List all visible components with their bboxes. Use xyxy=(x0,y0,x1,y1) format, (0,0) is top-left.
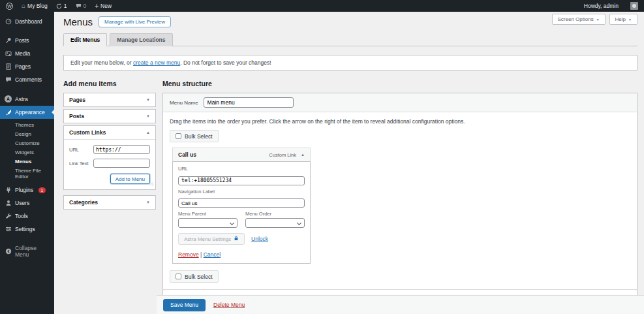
menu-order-select[interactable] xyxy=(245,218,305,228)
manage-live-preview-button[interactable]: Manage with Live Preview xyxy=(99,16,171,27)
update-count: 1 xyxy=(64,3,67,9)
collapse-menu-button[interactable]: Collapse Menu xyxy=(0,242,54,261)
submenu-item-menus[interactable]: Menus xyxy=(15,157,54,166)
accordion-label: Categories xyxy=(69,199,98,206)
menu-structure-panel: Menu structure Menu Name Drag the items … xyxy=(162,80,637,311)
page-title: Menus xyxy=(63,16,93,27)
sidebar-item-label: Settings xyxy=(15,226,35,232)
item-url-label: URL xyxy=(178,166,305,172)
account-menu[interactable]: Howdy, admin xyxy=(584,2,638,10)
accordion-custom-links-header[interactable]: Custom Links ▲ xyxy=(64,126,155,139)
sidebar-item-comments[interactable]: Comments xyxy=(0,73,54,86)
submenu-item-theme-file-editor[interactable]: Theme File Editor xyxy=(15,166,54,181)
bulk-select-checkbox[interactable] xyxy=(176,133,181,139)
comments-link[interactable]: 0 xyxy=(76,3,87,9)
collapse-icon xyxy=(5,248,12,255)
sidebar-item-settings[interactable]: Settings xyxy=(0,223,54,236)
chevron-down-icon: ▼ xyxy=(146,200,150,204)
accordion-categories: Categories ▼ xyxy=(63,195,156,210)
chevron-up-icon[interactable]: ▲ xyxy=(301,153,305,157)
bulk-select-checkbox[interactable] xyxy=(176,274,181,279)
cancel-item-link[interactable]: Cancel xyxy=(204,251,221,258)
sidebar-item-astra[interactable]: A Astra xyxy=(0,92,54,106)
sidebar-item-media[interactable]: Media xyxy=(0,47,54,60)
comments-icon xyxy=(5,76,12,83)
sidebar-item-users[interactable]: Users xyxy=(0,196,54,210)
menu-edit-panel: Menu Name Drag the items into the order … xyxy=(162,93,637,311)
submenu-item-widgets[interactable]: Widgets xyxy=(15,148,54,157)
submenu-item-themes[interactable]: Themes xyxy=(15,120,54,129)
accordion-label: Custom Links xyxy=(69,129,106,136)
users-icon xyxy=(5,200,12,206)
plugins-update-badge: 1 xyxy=(38,187,46,193)
menu-name-input[interactable] xyxy=(204,97,294,108)
sidebar-item-appearance[interactable]: Appearance xyxy=(0,106,54,119)
menu-order-label: Menu Order xyxy=(245,211,305,217)
tab-edit-menus[interactable]: Edit Menus xyxy=(63,33,107,46)
menu-item-header[interactable]: Call us Custom Link ▲ xyxy=(172,148,311,162)
howdy-label: Howdy, admin xyxy=(584,3,619,9)
accordion-custom-links: Custom Links ▲ URL Link Text Add to Menu xyxy=(63,125,156,190)
link-separator: | xyxy=(200,251,202,258)
tools-icon xyxy=(5,213,12,219)
submenu-item-customize[interactable]: Customize xyxy=(15,138,54,148)
sidebar-item-tools[interactable]: Tools xyxy=(0,210,54,223)
admin-sidebar: Dashboard Posts Media Pages Comments A A… xyxy=(0,12,54,314)
add-to-menu-button[interactable]: Add to Menu xyxy=(110,174,150,184)
bulk-select-toggle[interactable]: Bulk Select xyxy=(170,130,219,142)
settings-icon xyxy=(5,226,12,232)
help-button[interactable]: Help ▼ xyxy=(609,14,637,25)
menu-name-label: Menu Name xyxy=(170,100,198,106)
item-url-input[interactable] xyxy=(178,176,305,185)
sidebar-item-pages[interactable]: Pages xyxy=(0,60,54,73)
avatar[interactable] xyxy=(630,2,638,10)
accordion-label: Posts xyxy=(69,113,84,119)
url-label: URL xyxy=(69,147,93,153)
submenu-item-design[interactable]: Design xyxy=(15,129,54,138)
custom-links-body: URL Link Text Add to Menu xyxy=(64,139,155,189)
remove-item-link[interactable]: Remove xyxy=(178,251,199,258)
accordion-categories-header[interactable]: Categories ▼ xyxy=(64,196,155,209)
media-icon xyxy=(5,50,12,57)
site-name-link[interactable]: ⌂ My Blog xyxy=(22,3,48,9)
menu-name-row: Menu Name xyxy=(163,93,637,112)
drag-hint-text: Drag the items into the order you prefer… xyxy=(170,118,630,125)
sidebar-item-plugins[interactable]: Plugins 1 xyxy=(0,183,54,196)
navigation-label-label: Navigation Label xyxy=(178,189,305,195)
sidebar-item-label: Appearance xyxy=(15,109,45,116)
bulk-select-toggle[interactable]: Bulk Select xyxy=(170,270,219,283)
sidebar-item-dashboard[interactable]: Dashboard xyxy=(0,15,54,28)
resize-grip-icon[interactable] xyxy=(149,177,154,189)
astra-icon: A xyxy=(5,95,12,102)
custom-link-text-input[interactable] xyxy=(93,159,150,168)
updates-link[interactable]: 1 xyxy=(56,3,67,9)
posts-icon xyxy=(5,37,12,44)
lock-icon xyxy=(234,236,239,242)
navigation-label-input[interactable] xyxy=(178,198,305,208)
unlock-link[interactable]: Unlock xyxy=(251,236,268,242)
delete-menu-link[interactable]: Delete Menu xyxy=(213,302,245,308)
screen-options-button[interactable]: Screen Options ▼ xyxy=(552,14,606,25)
tab-manage-locations[interactable]: Manage Locations xyxy=(110,33,172,46)
add-menu-items-panel: Add menu items Pages ▼ Posts ▼ Custom Li… xyxy=(63,80,156,212)
astra-menu-settings-button[interactable]: Astra Menu Settings xyxy=(178,233,245,245)
nav-tabs: Edit Menus Manage Locations xyxy=(63,33,637,46)
admin-bar: W ⌂ My Blog 1 0 + New Howdy, admin xyxy=(0,0,644,12)
chevron-down-icon: ▼ xyxy=(146,114,150,118)
accordion-pages: Pages ▼ xyxy=(63,93,156,107)
plus-icon: + xyxy=(95,3,99,10)
comments-icon xyxy=(76,3,82,8)
menu-parent-select[interactable] xyxy=(178,218,238,228)
create-new-menu-link[interactable]: create a new menu xyxy=(133,59,180,66)
menu-parent-label: Menu Parent xyxy=(178,211,238,217)
accordion-pages-header[interactable]: Pages ▼ xyxy=(64,93,155,106)
save-menu-button[interactable]: Save Menu xyxy=(163,299,206,311)
accordion-posts-header[interactable]: Posts ▼ xyxy=(64,110,155,123)
plugins-icon xyxy=(5,187,12,193)
new-content-link[interactable]: + New xyxy=(95,3,112,10)
sidebar-item-posts[interactable]: Posts xyxy=(0,34,54,47)
custom-link-url-input[interactable] xyxy=(93,145,150,154)
wordpress-logo-icon[interactable]: W xyxy=(6,3,13,10)
updates-icon xyxy=(56,3,62,9)
save-menu-footer: Save Menu Delete Menu xyxy=(157,295,644,314)
